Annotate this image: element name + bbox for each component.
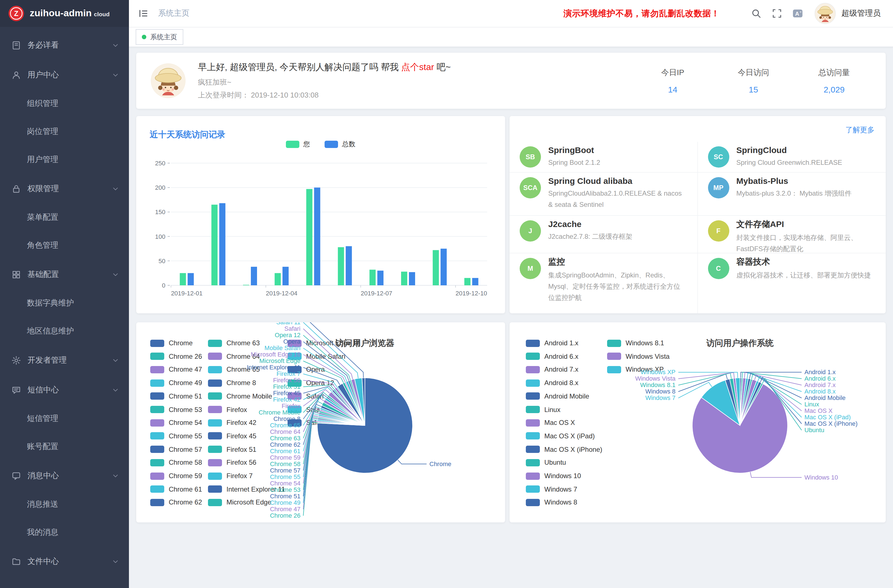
greeting-line: 早上好, 超级管理员, 今天帮别人解决问题了吗 帮我 点个star 吧~ <box>198 62 656 73</box>
legend-item[interactable]: Chrome <box>150 339 192 347</box>
tech-item-body: SpringCloud Spring Cloud Greenwich.RELEA… <box>736 144 846 172</box>
legend-item[interactable]: Windows Vista <box>607 352 670 360</box>
legend-item[interactable]: Internet Explorer 11 <box>208 485 285 493</box>
legend-item[interactable]: Chrome 54 <box>150 419 202 427</box>
legend-item[interactable]: Chrome 65 <box>208 366 260 374</box>
legend-item[interactable]: Safari <box>287 393 324 400</box>
legend-item[interactable]: Microsoft Edge <box>208 499 271 507</box>
legend-item[interactable]: Android 8.x <box>526 379 578 387</box>
legend-item[interactable]: Chrome 61 <box>150 485 202 493</box>
sidebar-item-my-message[interactable]: 我的消息 <box>0 519 129 546</box>
legend-item[interactable]: Chrome 8 <box>208 379 256 387</box>
sidebar-item-user-manage[interactable]: 用户管理 <box>0 146 129 174</box>
legend-item[interactable]: Android 6.x <box>526 352 578 360</box>
legend-item[interactable]: Chrome 26 <box>150 352 202 360</box>
legend-item[interactable]: Chrome 64 <box>208 352 260 360</box>
legend-item[interactable]: Chrome 51 <box>150 393 202 400</box>
legend-item[interactable]: Firefox 56 <box>208 459 257 467</box>
tech-item-2: SCA Spring Cloud alibaba SpringCloudAlib… <box>510 173 698 216</box>
sidebar-item-role-manage[interactable]: 角色管理 <box>0 232 129 260</box>
legend-item[interactable]: Windows 10 <box>526 472 581 480</box>
legend-item[interactable]: Firefox 42 <box>208 419 257 427</box>
legend-item[interactable]: Opera <box>287 366 325 374</box>
legend-item[interactable]: Firefox <box>208 406 247 414</box>
tech-stack-card: 了解更多 SB SpringBoot Spring Boot 2.1.2 SC … <box>510 116 886 313</box>
legend-item[interactable]: Linux <box>526 406 560 414</box>
sidebar-item-org-manage[interactable]: 组织管理 <box>0 90 129 118</box>
sidebar-item-menu-config[interactable]: 菜单配置 <box>0 203 129 232</box>
folder-icon <box>11 556 21 566</box>
sidebar-item-message-center[interactable]: 消息中心 <box>0 461 129 490</box>
sidebar-item-auth-manage[interactable]: 权限管理 <box>0 174 129 203</box>
sidebar-item-developer-manage[interactable]: 开发者管理 <box>0 345 129 375</box>
legend-item[interactable]: Safari 9 <box>287 419 329 427</box>
os-pie-card: 访问用户操作系统 Android 1.xAndroid 6.xAndroid 7… <box>510 322 886 522</box>
legend-item[interactable]: Firefox 45 <box>208 432 257 440</box>
sidebar-item-post-manage[interactable]: 岗位管理 <box>0 118 129 146</box>
legend-item[interactable]: Safari 11 <box>287 406 332 414</box>
sidebar-item-user-center[interactable]: 用户中心 <box>0 60 129 90</box>
logo[interactable]: Z zuihou-admincloud <box>0 0 129 27</box>
tech-item-desc: Mybatis-plus 3.2.0： Mybatis 增强组件 <box>736 188 855 200</box>
svg-text:250: 250 <box>155 160 165 167</box>
learn-more-link[interactable]: 了解更多 <box>845 125 875 135</box>
legend-item[interactable]: Mobile Safari <box>287 352 345 360</box>
sidebar-item-base-config[interactable]: 基础配置 <box>0 260 129 289</box>
legend-item[interactable]: Chrome 47 <box>150 366 202 374</box>
legend-item[interactable]: Windows 8 <box>526 499 577 507</box>
svg-text:2019-12-10: 2019-12-10 <box>456 290 487 297</box>
header-right: 演示环境维护不易，请勿乱删乱改数据！ A+ 超级管理员 <box>564 3 881 24</box>
sidebar-item-label: 岗位管理 <box>27 127 58 137</box>
legend-item[interactable]: Firefox 51 <box>208 445 257 453</box>
svg-text:+: + <box>800 10 802 14</box>
legend-item[interactable]: Firefox 7 <box>208 472 253 480</box>
legend-item[interactable]: Opera 12 <box>287 379 334 387</box>
sidebar-item-sms-manage[interactable]: 短信管理 <box>0 405 129 433</box>
legend-item[interactable]: Chrome Mobile <box>208 393 272 400</box>
legend-item[interactable]: Chrome 58 <box>150 459 202 467</box>
tab-system-home[interactable]: 系统主页 <box>136 29 183 45</box>
font-size-icon[interactable]: A+ <box>792 8 803 19</box>
legend-item[interactable]: Windows XP <box>607 366 664 374</box>
legend-item[interactable]: Android 7.x <box>526 366 578 374</box>
breadcrumb[interactable]: 系统主页 <box>158 8 189 18</box>
tech-item-avatar: C <box>708 258 729 279</box>
legend-item[interactable]: Mac OS X (iPhone) <box>526 445 602 453</box>
tech-item-6: M 监控 集成SpringBootAdmin、Zipkin、Redis、Mysq… <box>510 253 698 313</box>
sidebar-item-must-read[interactable]: 务必详看 <box>0 30 129 60</box>
sidebar-item-dict-maintain[interactable]: 数据字典维护 <box>0 289 129 317</box>
legend-item[interactable]: Ubuntu <box>526 459 566 467</box>
legend-item[interactable]: Chrome 55 <box>150 432 202 440</box>
legend-item[interactable]: Chrome 49 <box>150 379 202 387</box>
legend-item[interactable]: 您 <box>286 140 310 149</box>
sidebar-item-file-center[interactable]: 文件中心 <box>0 546 129 576</box>
tech-item-body: SpringBoot Spring Boot 2.1.2 <box>548 144 603 172</box>
user-menu[interactable]: 超级管理员 <box>815 3 881 24</box>
star-link[interactable]: 点个star <box>401 62 434 71</box>
legend-item[interactable]: Chrome 59 <box>150 472 202 480</box>
svg-text:50: 50 <box>159 257 165 265</box>
legend-item[interactable]: Chrome 53 <box>150 406 202 414</box>
sidebar-item-label: 短信管理 <box>27 414 58 424</box>
legend-item[interactable]: Mac OS X (iPad) <box>526 432 595 440</box>
search-icon[interactable] <box>751 8 762 19</box>
legend-item[interactable]: 总数 <box>325 140 355 149</box>
legend-item[interactable]: Mac OS X <box>526 419 575 427</box>
legend-item[interactable]: Chrome 62 <box>150 499 202 507</box>
fullscreen-icon[interactable] <box>771 8 783 19</box>
legend-item[interactable]: Chrome 57 <box>150 445 202 453</box>
legend-item[interactable]: Chrome 63 <box>208 339 260 347</box>
sidebar-item-label: 角色管理 <box>27 241 58 251</box>
collapse-sidebar-icon[interactable] <box>138 8 149 19</box>
sidebar-item-sms-center[interactable]: 短信中心 <box>0 375 129 405</box>
stat-label: 总访问量 <box>817 68 851 78</box>
stat-label: 今日IP <box>656 68 690 78</box>
legend-item[interactable]: Windows 7 <box>526 485 577 493</box>
legend-item[interactable]: Android 1.x <box>526 339 578 347</box>
content: 早上好, 超级管理员, 今天帮别人解决问题了吗 帮我 点个star 吧~ 疯狂加… <box>129 47 893 588</box>
sidebar-item-area-maintain[interactable]: 地区信息维护 <box>0 317 129 345</box>
sidebar-item-message-push[interactable]: 消息推送 <box>0 490 129 519</box>
legend-item[interactable]: Android Mobile <box>526 393 589 400</box>
sidebar-item-account-config[interactable]: 账号配置 <box>0 433 129 461</box>
legend-item[interactable]: Windows 8.1 <box>607 339 664 347</box>
